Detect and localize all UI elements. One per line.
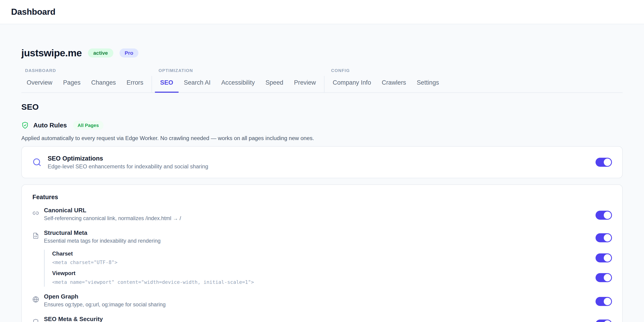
toggle-knob — [604, 320, 611, 322]
feature-title: Structural Meta — [44, 230, 587, 236]
nav-group-dashboard: DASHBOARDOverviewPagesChangesErrors — [22, 68, 148, 92]
tab-speed[interactable]: Speed — [260, 76, 289, 93]
auto-rules-title: Auto Rules — [33, 122, 67, 129]
status-badge: active — [88, 48, 113, 58]
feature-list: Canonical URLSelf-referencing canonical … — [32, 207, 612, 322]
master-toggle-title: SEO Optimizations — [48, 155, 208, 162]
tab-navigation: DASHBOARDOverviewPagesChangesErrorsOPTIM… — [22, 68, 622, 93]
feature-toggle-wrap — [596, 230, 612, 246]
nav-group-label: DASHBOARD — [22, 68, 148, 73]
tab-accessibility[interactable]: Accessibility — [216, 76, 260, 93]
feature-toggle-wrap — [596, 316, 612, 322]
seo-optimizations-card: SEO Optimizations Edge-level SEO enhance… — [22, 146, 622, 178]
feature-description: Self-referencing canonical link, normali… — [44, 215, 587, 222]
tab-search-ai[interactable]: Search AI — [178, 76, 216, 93]
tab-preview[interactable]: Preview — [289, 76, 321, 93]
feature-title: Canonical URL — [44, 207, 587, 214]
shield-check-icon — [22, 122, 29, 129]
tab-overview[interactable]: Overview — [22, 76, 58, 93]
tab-settings[interactable]: Settings — [412, 76, 444, 93]
nav-group-divider — [152, 76, 152, 92]
feature-row-structural-meta: Structural MetaEssential meta tags for i… — [32, 230, 612, 246]
auto-rules-header: Auto Rules All Pages — [22, 121, 622, 130]
auto-rules-description: Applied automatically to every request v… — [22, 135, 622, 142]
feature-row-canonical-url: Canonical URLSelf-referencing canonical … — [32, 207, 612, 223]
tab-pages[interactable]: Pages — [58, 76, 86, 93]
tab-errors[interactable]: Errors — [121, 76, 148, 93]
search-icon — [32, 158, 42, 167]
section-title: SEO — [22, 102, 622, 112]
tab-crawlers[interactable]: Crawlers — [376, 76, 412, 93]
feature-title: Open Graph — [44, 293, 587, 300]
seo-dashboard-page: Dashboard justswipe.me active Pro DASHBO… — [0, 0, 644, 322]
sub-feature-code: <meta charset="UTF-8"> — [52, 260, 596, 266]
app-header: Dashboard — [0, 0, 644, 24]
plan-badge: Pro — [119, 48, 139, 58]
feature-body: SEO Meta & Security — [44, 316, 587, 322]
toggle-knob — [604, 211, 611, 219]
seo-meta-security-toggle[interactable] — [596, 319, 612, 322]
feature-body: Open GraphEnsures og:type, og:url, og:im… — [44, 293, 587, 308]
feature-title: SEO Meta & Security — [44, 316, 587, 322]
sub-feature-title: Charset — [52, 250, 596, 257]
structural-meta-toggle[interactable] — [596, 233, 612, 242]
features-heading: Features — [32, 194, 612, 200]
feature-body: Canonical URLSelf-referencing canonical … — [44, 207, 587, 222]
toggle-knob — [604, 158, 611, 166]
feature-toggle-wrap — [596, 293, 612, 309]
sub-feature-body: Viewport<meta name="viewport" content="w… — [52, 270, 596, 285]
nav-group-label: CONFIG — [327, 68, 444, 73]
sub-feature-code: <meta name="viewport" content="width=dev… — [52, 279, 596, 285]
master-toggle-description: Edge-level SEO enhancements for indexabi… — [48, 164, 208, 170]
sub-feature-title: Viewport — [52, 270, 596, 276]
main-content: justswipe.me active Pro DASHBOARDOvervie… — [0, 24, 644, 322]
site-header: justswipe.me active Pro — [22, 24, 622, 59]
feature-toggle-wrap — [596, 207, 612, 223]
nav-tabs: OverviewPagesChangesErrors — [22, 76, 148, 92]
tab-changes[interactable]: Changes — [86, 76, 121, 93]
feature-description: Ensures og:type, og:url, og:image for so… — [44, 302, 587, 308]
sub-feature-body: Charset<meta charset="UTF-8"> — [52, 250, 596, 265]
viewport-toggle[interactable] — [596, 273, 612, 282]
site-name: justswipe.me — [22, 47, 82, 59]
toggle-knob — [604, 234, 611, 241]
feature-description: Essential meta tags for indexability and… — [44, 238, 587, 244]
charset-toggle[interactable] — [596, 254, 612, 262]
toggle-knob — [604, 298, 611, 305]
nav-group-optimization: OPTIMIZATIONSEOSearch AIAccessibilitySpe… — [155, 68, 321, 92]
feature-row-open-graph: Open GraphEnsures og:type, og:url, og:im… — [32, 293, 612, 309]
link-icon — [32, 210, 39, 217]
tab-seo[interactable]: SEO — [155, 76, 178, 93]
file-code-icon — [32, 232, 39, 239]
master-toggle-text: SEO Optimizations Edge-level SEO enhance… — [48, 155, 208, 170]
canonical-url-toggle[interactable] — [596, 210, 612, 220]
sub-feature-row-viewport: Viewport<meta name="viewport" content="w… — [52, 270, 612, 285]
features-card: Features Canonical URLSelf-referencing c… — [22, 184, 622, 322]
nav-tabs: SEOSearch AIAccessibilitySpeedPreview — [155, 76, 321, 92]
toggle-knob — [604, 254, 611, 262]
nav-tabs: Company InfoCrawlersSettings — [327, 76, 444, 92]
sub-feature-block: Charset<meta charset="UTF-8">Viewport<me… — [44, 250, 612, 287]
nav-group-divider — [324, 76, 324, 92]
nav-group-label: OPTIMIZATION — [155, 68, 321, 73]
seo-optimizations-toggle[interactable] — [596, 158, 612, 167]
feature-row-seo-meta-security: SEO Meta & Security — [32, 316, 612, 322]
page-title: Dashboard — [11, 7, 56, 17]
feature-body: Structural MetaEssential meta tags for i… — [44, 230, 587, 244]
shield-icon — [32, 319, 39, 322]
tab-company-info[interactable]: Company Info — [327, 76, 376, 93]
sub-feature-row-charset: Charset<meta charset="UTF-8"> — [52, 250, 612, 265]
nav-group-config: CONFIGCompany InfoCrawlersSettings — [327, 68, 444, 92]
toggle-knob — [604, 274, 611, 281]
globe-icon — [32, 296, 39, 303]
open-graph-toggle[interactable] — [596, 297, 612, 306]
sub-feature-wrap: Charset<meta charset="UTF-8">Viewport<me… — [32, 246, 612, 287]
all-pages-badge: All Pages — [73, 121, 104, 130]
